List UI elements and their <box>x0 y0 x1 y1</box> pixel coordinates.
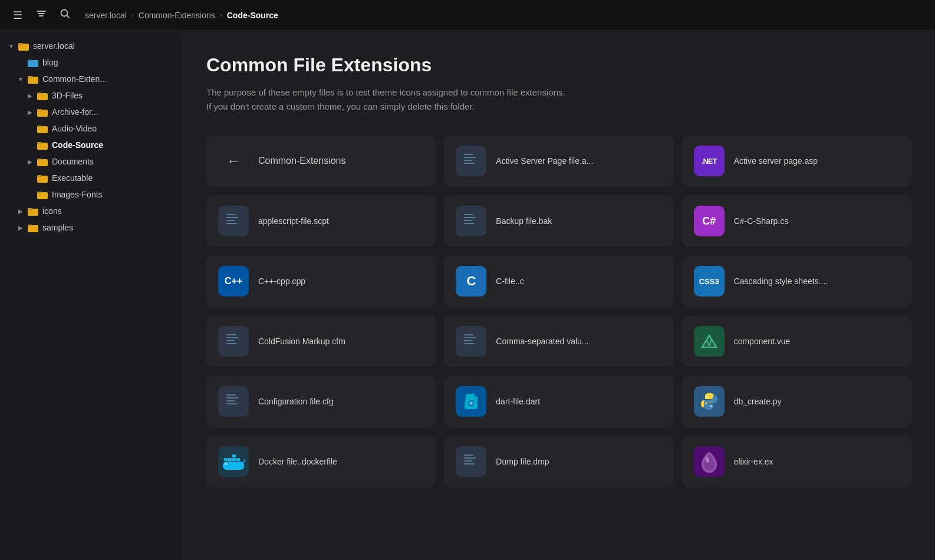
svg-rect-30 <box>464 154 473 155</box>
file-card-cpp[interactable]: C++ C++-cpp.cpp <box>206 255 436 307</box>
breadcrumb-serverlocal[interactable]: server.local <box>85 11 127 20</box>
sidebar-item-label: icons <box>42 206 62 216</box>
svg-rect-46 <box>226 337 238 338</box>
file-icon-cfm <box>218 326 249 357</box>
sidebar-item-code-source[interactable]: Code-Source <box>2 137 180 153</box>
file-icon-cs: C# <box>694 206 725 236</box>
file-card-csv[interactable]: Comma-separated valu... <box>444 315 673 367</box>
sidebar-item-archive[interactable]: ▶ Archive-for... <box>2 104 180 120</box>
svg-rect-24 <box>37 192 42 193</box>
svg-point-64 <box>706 396 708 398</box>
sidebar-item-server-local[interactable]: ▼ server.local <box>2 38 180 54</box>
filter-icon[interactable] <box>33 8 50 22</box>
menu-icon[interactable]: ☰ <box>9 9 26 22</box>
file-card-dmp[interactable]: Dump file.dmp <box>444 436 673 487</box>
file-icon-asp-a <box>456 146 486 176</box>
file-label-ex: elixir-ex.ex <box>734 457 773 466</box>
file-label-cfm: ColdFusion Markup.cfm <box>258 337 345 346</box>
file-card-asp-a[interactable]: Active Server Page file.a... <box>444 135 673 187</box>
svg-line-4 <box>67 16 70 18</box>
file-icon-css: CSS3 <box>694 266 725 297</box>
svg-rect-52 <box>464 340 472 341</box>
file-label-csv: Comma-separated valu... <box>496 337 588 346</box>
file-icon-asp: .NET <box>694 146 725 176</box>
sidebar-item-executable[interactable]: Executable <box>2 170 180 186</box>
file-grid: ← Common-Extensions Active Server Page f… <box>206 135 911 487</box>
main-layout: ▼ server.local blog ▼ Common-Exten... <box>0 31 935 560</box>
file-icon-cfg <box>218 386 249 417</box>
svg-point-3 <box>61 10 68 17</box>
file-icon-bak <box>456 206 486 236</box>
sidebar-item-common-exten[interactable]: ▼ Common-Exten... <box>2 71 180 87</box>
svg-rect-10 <box>28 76 32 78</box>
sidebar-item-label: server.local <box>33 41 75 51</box>
page-description: The purpose of these empty files is to t… <box>206 85 911 114</box>
folder-icon-yellow <box>37 172 48 184</box>
chevron-icon-2: › <box>220 11 222 19</box>
file-card-dart[interactable]: dart-file.dart <box>444 375 673 427</box>
sidebar-item-label: samples <box>42 223 73 232</box>
sidebar-item-label: Audio-Video <box>52 124 97 133</box>
sidebar-item-label: Executable <box>52 173 93 183</box>
file-card-css[interactable]: CSS3 Cascading style sheets.... <box>682 255 911 307</box>
page-title: Common File Extensions <box>206 54 911 76</box>
file-card-c[interactable]: C C-file..c <box>444 255 673 307</box>
file-label-docker: Docker file..dockerfile <box>258 457 337 466</box>
file-card-cfm[interactable]: ColdFusion Markup.cfm <box>206 315 436 367</box>
file-card-docker[interactable]: Docker file..dockerfile <box>206 436 436 487</box>
svg-rect-41 <box>464 217 476 218</box>
svg-rect-42 <box>464 220 472 221</box>
svg-rect-36 <box>226 217 238 218</box>
file-card-py[interactable]: db_create.py <box>682 375 911 427</box>
svg-rect-51 <box>464 337 476 338</box>
folder-icon-yellow <box>18 40 29 52</box>
folder-icon-yellow <box>27 222 39 233</box>
file-card-bak[interactable]: Backup file.bak <box>444 195 673 247</box>
svg-rect-68 <box>228 458 232 461</box>
chevron-icon: › <box>131 11 134 19</box>
file-card-asp[interactable]: .NET Active server page.asp <box>682 135 911 187</box>
sidebar-item-blog[interactable]: blog <box>2 54 180 71</box>
sidebar-item-audio-video[interactable]: Audio-Video <box>2 120 180 137</box>
sidebar-item-label: blog <box>42 58 58 67</box>
svg-rect-31 <box>464 157 476 158</box>
file-label-bak: Backup file.bak <box>496 216 552 226</box>
svg-point-72 <box>225 463 227 465</box>
file-card-cfg[interactable]: Configuration file.cfg <box>206 375 436 427</box>
file-icon-cpp: C++ <box>218 266 249 297</box>
sidebar-item-images-fonts[interactable]: Images-Fonts <box>2 186 180 203</box>
sidebar-item-label: Archive-for... <box>52 107 98 117</box>
sidebar-item-icons[interactable]: ▶ icons <box>2 203 180 219</box>
svg-rect-6 <box>18 43 23 45</box>
svg-rect-28 <box>28 225 32 226</box>
back-arrow-icon: ← <box>218 146 249 176</box>
svg-rect-22 <box>37 175 42 177</box>
breadcrumb-code-source[interactable]: Code-Source <box>227 11 278 20</box>
sidebar: ▼ server.local blog ▼ Common-Exten... <box>0 31 183 560</box>
svg-rect-14 <box>37 109 42 111</box>
file-label-cs: C#-C-Sharp.cs <box>734 216 789 226</box>
sidebar-item-samples[interactable]: ▶ samples <box>2 219 180 236</box>
breadcrumb-common-extensions[interactable]: Common-Extensions <box>139 11 215 20</box>
svg-rect-47 <box>226 340 235 341</box>
svg-rect-33 <box>464 163 475 164</box>
folder-icon-yellow <box>37 156 48 167</box>
file-card-cs[interactable]: C# C#-C-Sharp.cs <box>682 195 911 247</box>
sidebar-item-3d-files[interactable]: ▶ 3D-Files <box>2 87 180 104</box>
file-card-scpt[interactable]: applescript-file.scpt <box>206 195 436 247</box>
sidebar-item-documents[interactable]: ▶ Documents <box>2 153 180 170</box>
file-card-vue[interactable]: V component.vue <box>682 315 911 367</box>
svg-rect-76 <box>464 460 472 462</box>
arrow-icon: ▼ <box>7 43 15 50</box>
file-card-ex[interactable]: elixir-ex.ex <box>682 436 911 487</box>
back-card[interactable]: ← Common-Extensions <box>206 135 436 187</box>
folder-icon-yellow <box>27 205 39 217</box>
file-icon-dmp <box>456 446 486 477</box>
file-icon-py <box>694 386 725 417</box>
topbar: ☰ server.local › Common-Extensions › Cod… <box>0 0 935 31</box>
folder-icon-yellow <box>37 90 48 101</box>
svg-rect-8 <box>28 60 32 61</box>
search-icon[interactable] <box>57 8 73 22</box>
svg-rect-50 <box>464 334 473 335</box>
svg-rect-38 <box>226 223 237 224</box>
